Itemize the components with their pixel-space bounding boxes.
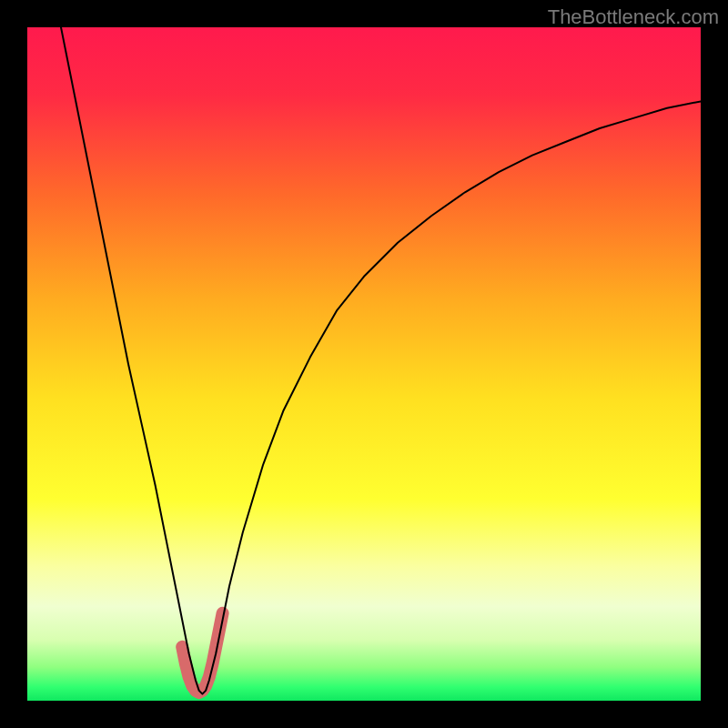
bottleneck-chart	[27, 27, 701, 701]
chart-container	[27, 27, 701, 701]
watermark: TheBottleneck.com	[548, 5, 719, 29]
